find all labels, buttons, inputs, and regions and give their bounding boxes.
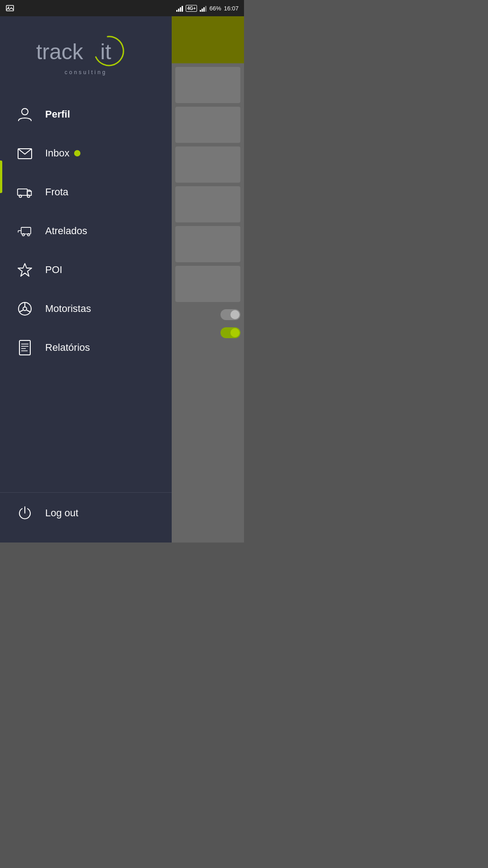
steering-svg	[17, 301, 33, 317]
nav-list: Perfil Inbox	[0, 90, 172, 492]
logout-label: Log out	[45, 507, 78, 519]
nav-label-perfil: Perfil	[45, 108, 70, 120]
battery-text: 66%	[209, 5, 221, 12]
toggle-row-1	[172, 306, 244, 324]
inbox-badge	[74, 150, 80, 156]
nav-label-poi: POI	[45, 264, 62, 276]
svg-rect-20	[19, 340, 30, 355]
svg-rect-0	[6, 5, 14, 11]
svg-point-11	[28, 234, 30, 236]
svg-line-18	[19, 310, 23, 312]
svg-line-19	[27, 310, 30, 312]
active-indicator	[0, 160, 2, 193]
svg-point-4	[22, 108, 28, 115]
background-cards	[172, 63, 244, 306]
svg-point-10	[22, 234, 24, 236]
document-icon	[14, 336, 36, 359]
svg-rect-9	[21, 227, 31, 234]
toggle-off	[221, 309, 240, 320]
trailer-svg	[17, 223, 33, 239]
nav-label-frota: Frota	[45, 186, 68, 198]
image-icon	[5, 4, 14, 13]
background-card-6	[175, 266, 240, 302]
logo-svg: track it	[32, 32, 140, 73]
nav-label-relatorios: Relatórios	[45, 342, 90, 354]
power-icon	[14, 502, 36, 524]
background-card-3	[175, 146, 240, 183]
truck-svg	[17, 184, 33, 200]
document-svg	[17, 340, 33, 356]
nav-label-motoristas: Motoristas	[45, 303, 91, 315]
nav-item-motoristas[interactable]: Motoristas	[0, 289, 172, 328]
toggle-on	[221, 327, 240, 338]
nav-item-inbox[interactable]: Inbox	[0, 134, 172, 173]
svg-point-16	[23, 307, 27, 311]
truck-icon	[14, 181, 36, 203]
svg-point-8	[27, 195, 29, 197]
background-card-2	[175, 107, 240, 143]
steering-icon	[14, 297, 36, 320]
network-badge: 4G+	[186, 5, 197, 12]
nav-item-poi[interactable]: POI	[0, 250, 172, 289]
nav-label-inbox: Inbox	[45, 147, 70, 159]
time-text: 16:07	[224, 5, 239, 12]
person-icon	[14, 103, 36, 126]
svg-text:it: it	[100, 40, 111, 64]
status-bar: 4G+ 66% 16:07	[0, 0, 244, 16]
svg-point-7	[19, 195, 21, 197]
signal-icon-2	[200, 5, 206, 12]
status-bar-left	[5, 4, 14, 13]
person-svg	[17, 106, 33, 123]
nav-label-atrelados: Atrelados	[45, 225, 87, 237]
logo-container: track it consulting	[32, 32, 140, 75]
svg-marker-14	[18, 264, 32, 276]
nav-item-perfil[interactable]: Perfil	[0, 95, 172, 134]
star-icon	[14, 259, 36, 281]
svg-text:track: track	[36, 40, 84, 64]
trailer-icon	[14, 220, 36, 242]
drawer: track it consulting Perfil	[0, 0, 172, 542]
toggle-row-2	[172, 324, 244, 342]
star-svg	[17, 262, 33, 278]
mail-svg	[17, 145, 33, 161]
signal-icon	[176, 5, 183, 12]
status-bar-right: 4G+ 66% 16:07	[176, 5, 239, 12]
background-content	[172, 0, 244, 542]
nav-item-atrelados[interactable]: Atrelados	[0, 212, 172, 250]
background-card-4	[175, 186, 240, 222]
nav-item-relatorios[interactable]: Relatórios	[0, 328, 172, 367]
mail-icon	[14, 142, 36, 165]
background-card-5	[175, 226, 240, 262]
logo-consulting: consulting	[65, 69, 107, 75]
logout-item[interactable]: Log out	[0, 492, 172, 542]
background-card-1	[175, 67, 240, 103]
nav-item-frota[interactable]: Frota	[0, 173, 172, 212]
power-svg	[17, 505, 33, 521]
svg-rect-6	[18, 189, 28, 195]
